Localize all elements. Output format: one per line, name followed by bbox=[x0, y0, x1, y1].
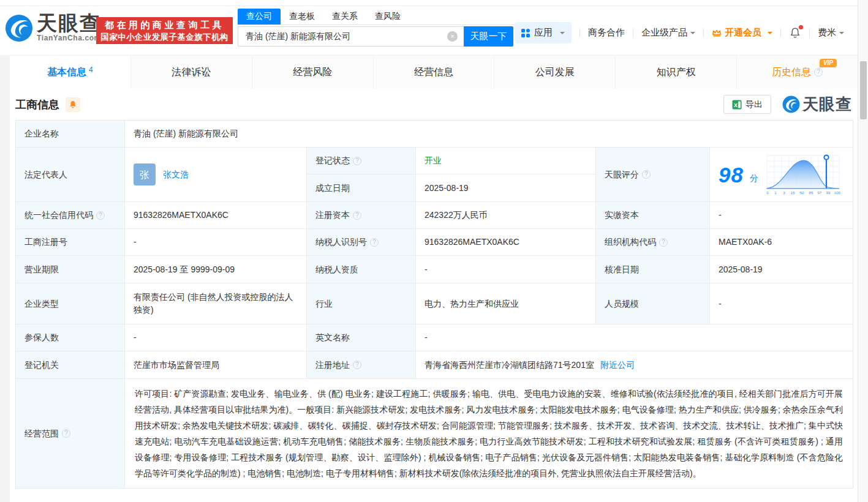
company-nav-tabs: 基本信息 4 法律诉讼 经营风险 经营信息 公司发展 知识产权 历史信息 ? V… bbox=[10, 55, 858, 89]
brand-domain: TianYanCha.com bbox=[37, 34, 101, 42]
business-info-table: 企业名称 青油 (茫崖) 新能源有限公司 法定代表人 张 张文浩 登记状态? 开… bbox=[15, 120, 853, 489]
field-label: 注册地址? bbox=[307, 351, 416, 379]
tianyancha-swirl-icon bbox=[5, 14, 33, 42]
status-badge: 开业 bbox=[425, 154, 442, 167]
username: 费米 bbox=[818, 27, 836, 39]
tab-legal-litigation[interactable]: 法律诉讼 bbox=[130, 56, 252, 89]
field-label: 登记状态? bbox=[307, 148, 416, 174]
svg-text:97: 97 bbox=[817, 190, 821, 195]
svg-text:85: 85 bbox=[809, 190, 813, 195]
svg-text:15: 15 bbox=[790, 190, 794, 195]
tab-operation-risk[interactable]: 经营风险 bbox=[252, 56, 373, 89]
search-input[interactable] bbox=[238, 26, 464, 47]
field-label: 人员规模 bbox=[596, 283, 710, 324]
field-label: 企业名称 bbox=[16, 121, 125, 148]
help-icon[interactable]: ? bbox=[659, 238, 668, 247]
divider bbox=[633, 28, 633, 37]
tab-history-info[interactable]: 历史信息 ? VIP bbox=[736, 56, 858, 89]
reg-address-value: 青海省海西州茫崖市冷湖镇团结路71号201室 附近公司 bbox=[416, 351, 853, 379]
score-unit: 分 bbox=[750, 172, 758, 185]
svg-text:0: 0 bbox=[766, 190, 769, 195]
search-tab-relation[interactable]: 查关系 bbox=[323, 9, 366, 24]
tab-basic-info[interactable]: 基本信息 4 bbox=[10, 56, 130, 89]
field-label: 企业类型 bbox=[16, 283, 125, 324]
page-gutter bbox=[0, 55, 10, 502]
field-label: 英文名称 bbox=[307, 324, 416, 351]
apps-grid-icon bbox=[521, 29, 530, 37]
reg-status-value: 开业 bbox=[416, 148, 596, 174]
field-label: 组织机构代码? bbox=[596, 229, 710, 256]
divider bbox=[780, 28, 781, 37]
tianyan-score-cell: 98 分 0 1 3 15 50 85 97 bbox=[710, 148, 853, 202]
business-scope-value: 许可项目: 矿产资源勘查; 发电业务、输电业务、供 (配) 电业务; 建设工程施… bbox=[125, 379, 853, 488]
taxpayer-id-value: 91632826MAETX0AK6C bbox=[416, 229, 596, 256]
reg-capital-value: 242322万人民币 bbox=[416, 202, 596, 229]
help-icon[interactable]: ? bbox=[96, 211, 105, 220]
field-label: 经营范围? bbox=[16, 379, 125, 488]
help-icon[interactable]: ? bbox=[353, 157, 361, 165]
field-label: 注册资本? bbox=[307, 202, 416, 229]
notification-bell-button[interactable] bbox=[789, 27, 801, 39]
help-icon[interactable]: ? bbox=[62, 429, 70, 438]
score-distribution-chart: 0 1 3 15 50 85 97 99 100 bbox=[764, 153, 842, 196]
vip-badge: VIP bbox=[820, 59, 837, 67]
legal-rep-link[interactable]: 张文浩 bbox=[163, 168, 189, 181]
help-icon[interactable]: ? bbox=[642, 170, 651, 179]
menu-cooperation[interactable]: 商务合作 bbox=[588, 27, 625, 39]
menu-enterprise[interactable]: 企业级产品 bbox=[641, 27, 695, 39]
divider bbox=[703, 28, 704, 37]
scrollbar-thumb[interactable] bbox=[860, 61, 867, 119]
field-label: 天眼评分? bbox=[596, 148, 710, 202]
field-label: 登记机关 bbox=[16, 351, 125, 379]
svg-text:1: 1 bbox=[774, 190, 777, 195]
score-marker-pin bbox=[824, 155, 828, 159]
org-code-value: MAETX0AK-6 bbox=[710, 229, 853, 256]
crown-icon bbox=[712, 29, 722, 37]
monitor-bell-button[interactable] bbox=[66, 97, 80, 112]
search-tab-boss[interactable]: 查老板 bbox=[281, 9, 323, 24]
nearby-companies-link[interactable]: 附近公司 bbox=[600, 359, 635, 372]
apps-label: 应用 bbox=[534, 27, 553, 39]
excel-icon: X bbox=[732, 100, 742, 110]
field-label: 工商注册号 bbox=[16, 229, 125, 256]
tianyancha-logo[interactable]: 天眼查 TianYanCha.com bbox=[5, 13, 101, 42]
export-button[interactable]: X 导出 bbox=[723, 95, 771, 114]
tab-operation-info[interactable]: 经营信息 bbox=[373, 56, 494, 89]
search-tab-company[interactable]: 查公司 bbox=[238, 9, 281, 24]
company-type-value: 有限责任公司 (非自然人投资或控股的法人独资) bbox=[125, 283, 307, 324]
industry-value: 电力、热力生产和供应业 bbox=[416, 283, 596, 324]
field-label: 核准日期 bbox=[596, 256, 710, 283]
chevron-down-icon bbox=[560, 32, 565, 37]
user-menu[interactable]: 费米 bbox=[818, 27, 844, 39]
tab-intellectual-property[interactable]: 知识产权 bbox=[615, 56, 736, 89]
section-title: 工商信息 bbox=[15, 97, 59, 112]
slogan-line2: 国家中小企业发展子基金旗下机构 bbox=[96, 31, 233, 43]
avatar[interactable]: 张 bbox=[134, 163, 156, 185]
tab-company-development[interactable]: 公司发展 bbox=[494, 56, 615, 89]
search-tabs: 查公司 查老板 查关系 查风险 bbox=[238, 10, 523, 25]
divider bbox=[809, 28, 810, 37]
approval-date-value: 2025-08-19 bbox=[710, 256, 853, 283]
divider bbox=[579, 28, 580, 37]
svg-text:3: 3 bbox=[783, 190, 785, 195]
svg-text:99: 99 bbox=[826, 190, 830, 195]
search-button[interactable]: 天眼一下 bbox=[464, 26, 513, 47]
reg-number-value: - bbox=[125, 229, 307, 256]
help-icon[interactable]: ? bbox=[370, 238, 379, 247]
help-icon[interactable]: ? bbox=[353, 361, 361, 369]
search-block: 查公司 查老板 查关系 查风险 × 天眼一下 bbox=[238, 10, 523, 47]
chevron-down-icon bbox=[690, 32, 695, 37]
apps-menu[interactable]: 应用 bbox=[515, 22, 572, 43]
legal-rep-cell: 张 张文浩 bbox=[125, 148, 307, 202]
clear-search-icon[interactable]: × bbox=[447, 31, 458, 42]
section-header: 工商信息 X 导出 天眼查 bbox=[10, 89, 858, 120]
chevron-down-icon bbox=[768, 32, 772, 37]
search-tab-risk[interactable]: 查风险 bbox=[366, 9, 409, 24]
open-vip-button[interactable]: 开通会员 bbox=[712, 27, 772, 39]
scrollbar-track[interactable] bbox=[858, 0, 868, 502]
company-name-value: 青油 (茫崖) 新能源有限公司 bbox=[125, 121, 853, 148]
help-icon[interactable]: ? bbox=[353, 211, 361, 220]
slogan-line1: 都在用的商业查询工具 bbox=[96, 19, 233, 31]
paid-capital-value: - bbox=[710, 202, 853, 229]
help-icon[interactable]: ? bbox=[814, 68, 823, 77]
